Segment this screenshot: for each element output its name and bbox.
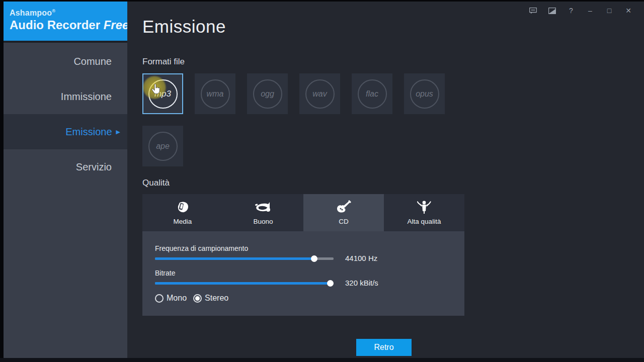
logo-edition: Free bbox=[104, 18, 129, 32]
app-logo: Ashampoo® Audio Recorder Free bbox=[4, 2, 127, 43]
sidebar-item-label: Emissione bbox=[65, 126, 112, 138]
quality-settings-panel: Frequenza di campionamento 44100 Hz Bitr… bbox=[142, 231, 464, 316]
letterbox-bottom bbox=[0, 358, 644, 362]
channel-radio-group: Mono Stereo bbox=[155, 294, 228, 303]
minimize-icon[interactable]: – bbox=[584, 6, 597, 16]
letterbox-left bbox=[0, 0, 4, 362]
tab-cd[interactable]: CD bbox=[303, 194, 384, 231]
format-tile-wma[interactable]: wma bbox=[195, 73, 235, 114]
format-label: wma bbox=[207, 89, 224, 99]
radio-label: Mono bbox=[167, 294, 187, 303]
titlebar-controls: ? – □ ✕ bbox=[526, 6, 635, 16]
format-tile-ogg[interactable]: ogg bbox=[247, 73, 288, 114]
format-tile-wav[interactable]: wav bbox=[299, 73, 340, 114]
sidebar-item-emissione[interactable]: Emissione ▶ bbox=[4, 114, 127, 149]
bitrate-value: 320 kBit/s bbox=[345, 279, 378, 287]
sidebar-item-servizio[interactable]: Servizio bbox=[4, 149, 127, 185]
sidebar-item-comune[interactable]: Comune bbox=[4, 44, 127, 79]
selected-arrow-icon: ▶ bbox=[116, 129, 120, 135]
formats-section-label: Formati file bbox=[142, 57, 185, 67]
sample-rate-slider[interactable] bbox=[155, 257, 334, 260]
slider-thumb[interactable] bbox=[311, 255, 317, 262]
tab-label: Alta qualità bbox=[408, 218, 441, 225]
format-tile-opus[interactable]: opus bbox=[404, 73, 445, 114]
sidebar: Ashampoo® Audio Recorder Free Comune Imm… bbox=[4, 2, 127, 358]
letterbox-top bbox=[0, 0, 644, 2]
bitrate-label: Bitrate bbox=[155, 269, 175, 277]
tab-buono[interactable]: Buono bbox=[223, 194, 303, 231]
conductor-icon bbox=[417, 200, 431, 214]
app-window: Ashampoo® Audio Recorder Free Comune Imm… bbox=[0, 0, 644, 362]
help-icon[interactable]: ? bbox=[565, 6, 578, 16]
format-ring: opus bbox=[410, 79, 439, 109]
logo-brand: Ashampoo® bbox=[10, 9, 122, 18]
tab-label: Media bbox=[174, 218, 192, 225]
radio-circle bbox=[155, 294, 164, 303]
format-label: opus bbox=[416, 89, 433, 99]
registered-mark: ® bbox=[52, 9, 55, 14]
sample-rate-value: 44100 Hz bbox=[345, 254, 377, 262]
whistle-icon bbox=[175, 200, 190, 214]
tab-label: CD bbox=[339, 218, 349, 225]
slider-thumb[interactable] bbox=[327, 280, 334, 287]
page-title: Emissione bbox=[142, 17, 226, 37]
maximize-icon[interactable]: □ bbox=[603, 6, 616, 16]
format-label: wav bbox=[312, 89, 327, 99]
format-ring: wma bbox=[201, 79, 230, 109]
tab-media[interactable]: Media bbox=[142, 194, 223, 231]
format-ring: ogg bbox=[253, 79, 282, 109]
format-label: ogg bbox=[261, 89, 274, 99]
back-button[interactable]: Retro bbox=[356, 339, 412, 356]
format-ring: ape bbox=[148, 132, 178, 161]
sidebar-item-immissione[interactable]: Immissione bbox=[4, 79, 127, 114]
slider-fill bbox=[155, 257, 314, 260]
format-tile-ape[interactable]: ape bbox=[142, 126, 183, 166]
quality-tabbar: Media Buono CD Alta qualità bbox=[142, 194, 464, 231]
slider-fill bbox=[155, 282, 330, 285]
sidebar-item-label: Comune bbox=[73, 56, 112, 67]
sidebar-item-label: Servizio bbox=[76, 161, 112, 173]
format-label: flac bbox=[366, 89, 378, 99]
radio-mono[interactable]: Mono bbox=[155, 294, 187, 303]
notes-icon[interactable] bbox=[545, 6, 558, 16]
sidebar-item-label: Immissione bbox=[61, 91, 112, 103]
logo-product: Audio Recorder Free bbox=[10, 18, 122, 32]
mouse-cursor-icon bbox=[151, 84, 160, 96]
feedback-icon[interactable] bbox=[526, 6, 539, 16]
sample-rate-label: Frequenza di campionamento bbox=[155, 244, 248, 252]
radio-stereo[interactable]: Stereo bbox=[193, 294, 228, 303]
horn-icon bbox=[255, 200, 272, 214]
quality-section-label: Qualità bbox=[142, 178, 170, 188]
radio-label: Stereo bbox=[205, 294, 228, 303]
tab-alta-qualita[interactable]: Alta qualità bbox=[384, 194, 464, 231]
format-label: ape bbox=[156, 142, 170, 151]
main-content: ? – □ ✕ Emissione Formati file mp3 wma o… bbox=[127, 2, 644, 358]
tab-label: Buono bbox=[253, 218, 273, 225]
sidebar-nav: Comune Immissione Emissione ▶ Servizio bbox=[4, 44, 127, 185]
radio-circle bbox=[193, 294, 202, 303]
close-icon[interactable]: ✕ bbox=[622, 6, 635, 16]
format-ring: flac bbox=[358, 79, 387, 109]
guitar-icon bbox=[336, 200, 351, 214]
bitrate-slider[interactable] bbox=[155, 282, 334, 285]
format-ring: wav bbox=[305, 79, 335, 109]
format-tile-flac[interactable]: flac bbox=[352, 73, 392, 114]
